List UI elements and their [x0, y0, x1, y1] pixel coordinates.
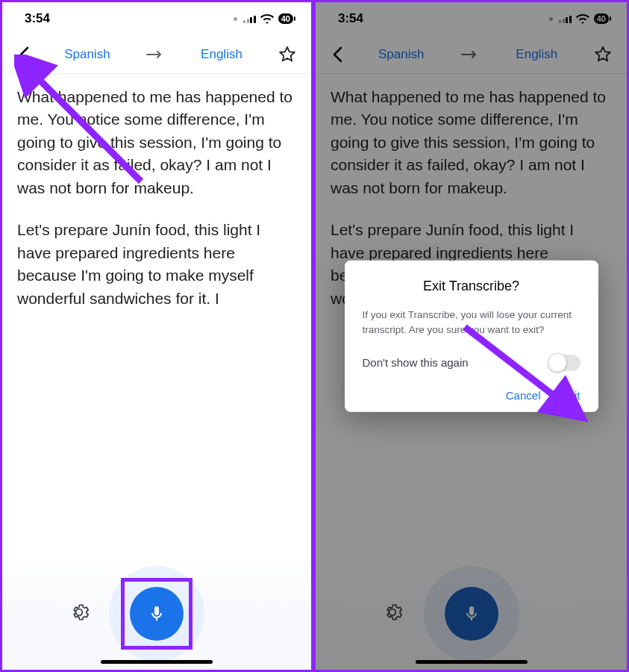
- transcript-para: What happened to me has happened to me. …: [331, 86, 612, 199]
- source-language[interactable]: Spanish: [41, 47, 134, 62]
- favorite-button[interactable]: [589, 46, 616, 63]
- source-language[interactable]: Spanish: [354, 47, 448, 62]
- battery-icon: 40: [594, 13, 609, 24]
- settings-button[interactable]: [69, 603, 89, 625]
- signal-dot-icon: [549, 17, 553, 21]
- dialog-body: If you exit Transcribe, you will lose yo…: [363, 308, 581, 338]
- back-button[interactable]: [13, 46, 35, 63]
- transcript-para: What happened to me has happened to me. …: [17, 86, 296, 199]
- clock: 3:54: [25, 11, 50, 26]
- dont-show-label: Don't show this again: [363, 356, 469, 369]
- language-nav: Spanish English: [316, 35, 627, 74]
- home-indicator: [416, 660, 528, 664]
- wifi-icon: [576, 14, 589, 24]
- favorite-button[interactable]: [274, 46, 301, 63]
- cancel-button[interactable]: Cancel: [506, 388, 541, 401]
- dont-show-toggle[interactable]: [549, 354, 581, 370]
- mic-button-container: [424, 566, 519, 662]
- home-indicator: [101, 660, 213, 664]
- target-language[interactable]: English: [175, 47, 268, 62]
- transcript-area: What happened to me has happened to me. …: [2, 74, 311, 558]
- back-button[interactable]: [326, 46, 348, 63]
- exit-transcribe-dialog: Exit Transcribe? If you exit Transcribe,…: [345, 261, 598, 412]
- arrow-right-icon[interactable]: [454, 50, 484, 59]
- cellular-icon: [559, 14, 572, 23]
- settings-button[interactable]: [383, 603, 402, 625]
- language-nav: Spanish English: [2, 35, 311, 74]
- status-bar: 3:54 40: [2, 2, 311, 35]
- wifi-icon: [260, 14, 274, 24]
- dialog-title: Exit Transcribe?: [363, 279, 581, 294]
- arrow-right-icon[interactable]: [140, 50, 169, 59]
- target-language[interactable]: English: [490, 47, 584, 62]
- signal-dot-icon: [234, 17, 237, 21]
- battery-icon: 40: [278, 13, 293, 24]
- annotation-highlight: [121, 578, 193, 650]
- cellular-icon: [243, 14, 256, 23]
- bottom-toolbar: [2, 558, 311, 670]
- status-bar: 3:54 40: [316, 2, 627, 35]
- mic-button[interactable]: [445, 587, 498, 641]
- mic-button-container: [109, 566, 204, 662]
- transcript-para: Let's prepare Junín food, this light I h…: [17, 219, 296, 310]
- bottom-toolbar: [316, 558, 627, 670]
- exit-button[interactable]: Exit: [561, 388, 580, 401]
- clock: 3:54: [338, 11, 363, 26]
